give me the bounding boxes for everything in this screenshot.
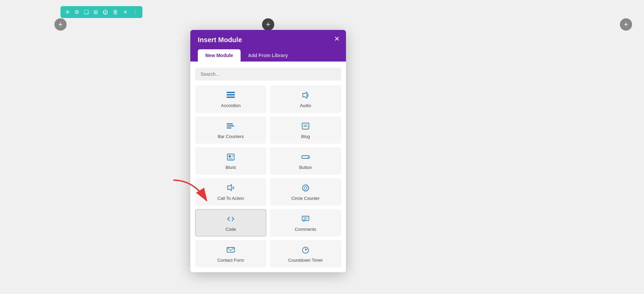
blog-icon — [301, 122, 310, 131]
countdown-timer-icon — [301, 246, 310, 255]
add-section-top-button[interactable]: + — [262, 18, 274, 31]
module-item-accordion[interactable]: Accordion — [195, 85, 266, 113]
module-item-circle-counter[interactable]: Circle Counter — [270, 178, 341, 206]
circle-counter-label: Circle Counter — [291, 196, 319, 201]
bar-counters-icon — [226, 122, 235, 131]
svg-rect-22 — [302, 216, 309, 221]
code-icon — [226, 215, 235, 224]
insert-module-modal: Insert Module ✕ New Module Add From Libr… — [190, 30, 346, 272]
call-to-action-label: Call To Action — [217, 196, 244, 201]
svg-rect-4 — [227, 123, 233, 124]
move-icon[interactable]: ✛ — [65, 9, 70, 15]
svg-rect-1 — [227, 94, 235, 96]
comments-label: Comments — [295, 227, 316, 232]
svg-rect-2 — [227, 97, 235, 98]
power-icon[interactable]: ⏻ — [103, 9, 108, 15]
svg-rect-5 — [227, 125, 234, 126]
module-item-comments[interactable]: Comments — [270, 209, 341, 237]
module-item-button[interactable]: Button — [270, 147, 341, 175]
module-item-call-to-action[interactable]: Call To Action — [195, 178, 266, 206]
blurb-label: Blurb — [226, 165, 236, 170]
button-icon — [301, 153, 310, 162]
module-grid: Accordion Audio — [195, 85, 341, 267]
delete-icon[interactable]: 🗑 — [113, 9, 118, 15]
module-item-blog[interactable]: Blog — [270, 116, 341, 144]
contact-form-icon — [226, 246, 235, 255]
modal-title: Insert Module — [198, 36, 338, 44]
audio-icon — [301, 91, 310, 100]
settings-icon[interactable]: ⚙ — [74, 9, 79, 15]
contact-form-label: Contact Form — [217, 258, 244, 263]
bar-counters-label: Bar Counters — [218, 134, 244, 139]
more-icon[interactable]: ⋮ — [132, 9, 138, 15]
tab-add-from-library[interactable]: Add From Library — [241, 49, 295, 62]
svg-marker-3 — [303, 92, 307, 98]
module-item-countdown-timer[interactable]: Countdown Timer — [270, 240, 341, 267]
grid-icon[interactable]: ⊞ — [93, 9, 98, 15]
tab-new-module[interactable]: New Module — [198, 49, 241, 62]
accordion-label: Accordion — [221, 103, 241, 108]
svg-rect-7 — [302, 123, 309, 129]
call-to-action-icon — [226, 184, 235, 193]
close-icon[interactable]: ✕ — [123, 9, 127, 15]
button-label: Button — [299, 165, 312, 170]
module-search-input[interactable] — [195, 68, 341, 81]
accordion-icon — [226, 91, 235, 100]
add-section-right-button[interactable]: + — [620, 18, 632, 31]
svg-rect-11 — [229, 155, 231, 157]
module-item-blurb[interactable]: Blurb — [195, 147, 266, 175]
module-item-code[interactable]: Code — [195, 209, 266, 237]
add-section-left-button[interactable]: + — [54, 18, 67, 31]
modal-tabs: New Module Add From Library — [198, 49, 338, 62]
countdown-timer-label: Countdown Timer — [288, 258, 323, 263]
modal-close-button[interactable]: ✕ — [334, 35, 340, 42]
svg-marker-15 — [308, 157, 309, 158]
modal-header: Insert Module ✕ New Module Add From Libr… — [190, 30, 346, 62]
blurb-icon — [227, 153, 235, 162]
comments-icon — [301, 215, 310, 224]
code-label: Code — [225, 227, 236, 232]
module-item-bar-counters[interactable]: Bar Counters — [195, 116, 266, 144]
module-toolbar[interactable]: ✛ ⚙ ❑ ⊞ ⏻ 🗑 ✕ ⋮ — [60, 6, 142, 18]
circle-counter-icon — [301, 184, 310, 193]
modal-body: Accordion Audio — [190, 62, 346, 272]
svg-point-21 — [304, 187, 307, 189]
duplicate-icon[interactable]: ❑ — [84, 9, 89, 15]
blog-label: Blog — [301, 134, 310, 139]
svg-rect-6 — [227, 127, 231, 128]
module-item-audio[interactable]: Audio — [270, 85, 341, 113]
audio-label: Audio — [300, 103, 311, 108]
svg-marker-16 — [228, 185, 231, 191]
module-item-contact-form[interactable]: Contact Form — [195, 240, 266, 267]
